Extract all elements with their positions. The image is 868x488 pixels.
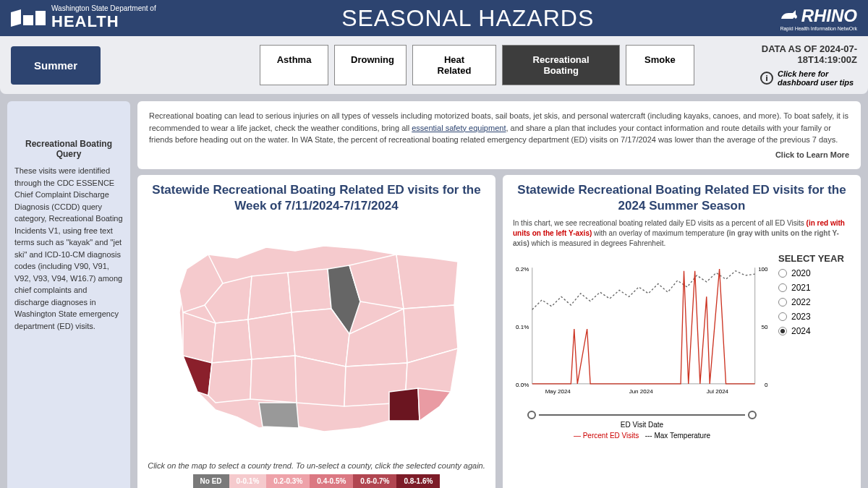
map-card: Statewide Recreational Boating Related E…: [137, 175, 495, 488]
svg-text:Jun 2024: Jun 2024: [629, 388, 654, 395]
learn-more-link[interactable]: Click to Learn More: [149, 149, 849, 161]
sidebar-title: Recreational Boating Query: [14, 139, 123, 159]
health-logo-icon: [11, 11, 46, 25]
map-legend: No ED 0-0.1% 0.2-0.3% 0.4-0.5% 0.6-0.7% …: [148, 474, 485, 488]
data-as-of: DATA AS OF 2024-07-18T14:19:00Z: [709, 43, 857, 65]
year-option-2020[interactable]: 2020: [778, 268, 851, 278]
info-icon: i: [760, 72, 773, 85]
map-title: Statewide Recreational Boating Related E…: [148, 182, 485, 214]
sidebar-body: These visits were identified through the…: [14, 165, 123, 332]
dept-small: Washington State Department of: [51, 5, 156, 12]
svg-text:0: 0: [765, 382, 768, 389]
x-axis-label: ED Visit Date: [513, 421, 771, 429]
tips-link[interactable]: i Click here for dashboard user tips: [709, 69, 857, 87]
season-box: Summer: [11, 46, 101, 85]
year-selector-title: SELECT YEAR: [778, 253, 851, 264]
chart-title: Statewide Recreational Boating Related E…: [513, 182, 851, 214]
tab-asthma[interactable]: Asthma: [260, 45, 328, 85]
svg-text:Jul 2024: Jul 2024: [707, 388, 729, 395]
tab-smoke[interactable]: Smoke: [626, 45, 694, 85]
chart-description: In this chart, we see recreational boati…: [513, 218, 851, 249]
tab-drowning[interactable]: Drowning: [334, 45, 407, 85]
svg-text:0.0%: 0.0%: [516, 382, 529, 389]
safety-link[interactable]: essential safety equipment: [412, 124, 506, 132]
chart-legend: — Percent ED Visits --- Max Temperature: [513, 432, 771, 440]
header-right-info: DATA AS OF 2024-07-18T14:19:00Z i Click …: [709, 43, 857, 87]
svg-text:50: 50: [762, 324, 768, 330]
intro-card: Recreational boating can lead to serious…: [137, 101, 861, 169]
line-chart[interactable]: 0.2% 0.1% 0.0% 100 50 0 May 2024: [513, 253, 771, 488]
dept-big: HEALTH: [51, 12, 156, 31]
tab-recreational-boating[interactable]: Recreational Boating: [502, 45, 620, 85]
rhino-logo: RHINO Rapid Health Information NetwOrk: [780, 6, 857, 31]
year-option-2024[interactable]: 2024: [778, 326, 851, 336]
page-title: SEASONAL HAZARDS: [341, 5, 594, 32]
year-option-2021[interactable]: 2021: [778, 283, 851, 293]
sidebar: Recreational Boating Query These visits …: [7, 101, 130, 488]
subheader: Summer Asthma Drowning Heat Related Recr…: [0, 36, 868, 94]
date-slider[interactable]: [513, 411, 771, 419]
year-option-2023[interactable]: 2023: [778, 312, 851, 322]
health-logo: Washington State Department of HEALTH: [11, 5, 156, 31]
svg-text:0.1%: 0.1%: [516, 324, 529, 330]
tab-heat[interactable]: Heat Related: [412, 45, 497, 85]
header-bar: Washington State Department of HEALTH SE…: [0, 0, 868, 36]
tabs: Asthma Drowning Heat Related Recreationa…: [260, 45, 694, 85]
chart-card: Statewide Recreational Boating Related E…: [503, 175, 861, 488]
year-selector: SELECT YEAR 2020 2021 2022 2023 2024: [778, 253, 851, 488]
wa-state-map[interactable]: [172, 240, 461, 435]
svg-text:100: 100: [758, 266, 768, 273]
svg-text:May 2024: May 2024: [545, 388, 571, 395]
rhino-icon: [780, 9, 799, 23]
svg-text:0.2%: 0.2%: [516, 266, 529, 273]
map-caption: Click on the map to select a county tren…: [148, 461, 485, 470]
year-option-2022[interactable]: 2022: [778, 297, 851, 307]
